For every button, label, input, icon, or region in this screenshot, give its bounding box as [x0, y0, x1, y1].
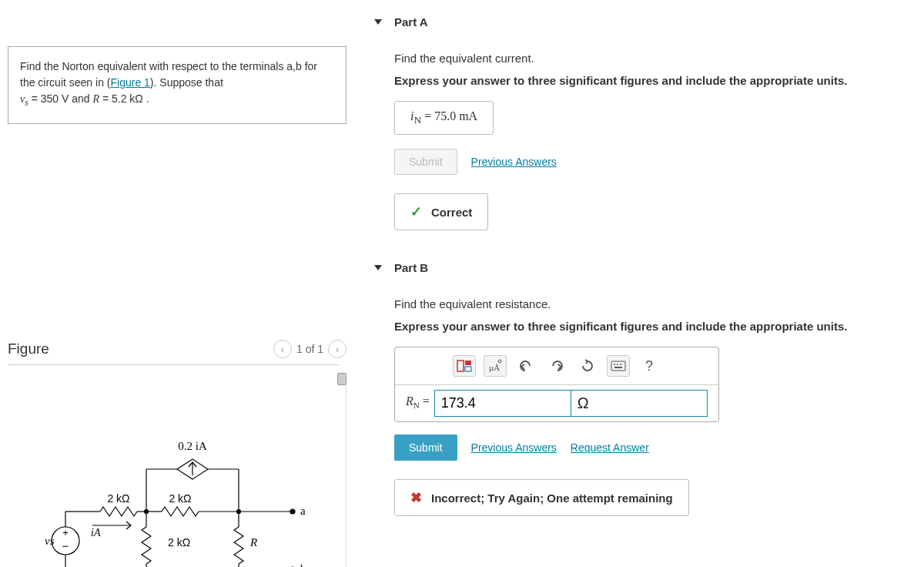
RN-label: RN =	[395, 385, 434, 421]
svg-text:+: +	[62, 527, 69, 538]
part-a-prompt: Find the equivalent current.	[394, 52, 916, 65]
circuit-diagram: + − 0.2 iA 2 kΩ 2 kΩ 2 kΩ R iA vs a b	[38, 419, 316, 567]
part-a-hint: Express your answer to three significant…	[394, 74, 916, 87]
terminal-a: a	[300, 505, 306, 517]
part-b-feedback: ✖ Incorrect; Try Again; One attempt rema…	[394, 479, 689, 516]
iN-sub: N	[413, 114, 421, 126]
svg-point-37	[620, 364, 621, 365]
svg-text:µÅ: µÅ	[489, 363, 500, 372]
svg-rect-38	[614, 367, 622, 368]
r-top1-label: 2 kΩ	[107, 492, 129, 505]
svg-point-36	[617, 364, 618, 365]
part-b-request-answer-link[interactable]: Request Answer	[571, 441, 649, 454]
svg-point-35	[614, 364, 615, 365]
problem-text-2: ). Suppose that	[150, 76, 223, 89]
templates-icon[interactable]	[453, 355, 476, 377]
xup-icon[interactable]: µÅ	[484, 355, 507, 377]
svg-rect-31	[465, 367, 471, 371]
terminal-b: b	[300, 562, 306, 567]
answer-toolbar: µÅ ?	[395, 347, 718, 384]
part-b-header[interactable]: Part B	[370, 261, 916, 274]
svg-rect-29	[457, 361, 464, 371]
figure-pager: 1 of 1	[296, 343, 323, 355]
part-a-previous-answers-link[interactable]: Previous Answers	[471, 156, 557, 168]
part-b-feedback-text: Incorrect; Try Again; One attempt remain…	[431, 492, 673, 505]
ia-label: iA	[91, 527, 101, 538]
iN-eq: =	[421, 109, 434, 122]
dep-src-label: 0.2 iA	[178, 440, 207, 452]
caret-down-icon	[374, 19, 382, 25]
R-label: R	[249, 536, 257, 549]
part-b-hint: Express your answer to three significant…	[394, 320, 916, 333]
svg-rect-34	[611, 361, 625, 371]
part-b-value-input[interactable]	[434, 390, 571, 417]
part-a-feedback: ✓ Correct	[394, 193, 488, 230]
r-eq: = 5.2 kΩ .	[99, 92, 149, 105]
part-b-unit-input[interactable]: Ω	[571, 390, 708, 417]
part-b-answer-panel: µÅ ?	[394, 347, 719, 422]
part-b-title: Part B	[394, 261, 428, 274]
keyboard-icon[interactable]	[607, 355, 630, 377]
figure-panel: + − 0.2 iA 2 kΩ 2 kΩ 2 kΩ R iA vs a b	[8, 373, 346, 567]
figure-divider	[8, 364, 339, 365]
vs-eq: = 350 V and	[28, 92, 93, 105]
figure-link[interactable]: Figure 1	[111, 76, 150, 89]
iN-value: 75.0 mA	[434, 109, 477, 122]
part-b-submit-button[interactable]: Submit	[394, 434, 457, 461]
figure-next-button[interactable]: ›	[328, 340, 346, 358]
reset-icon[interactable]	[576, 355, 599, 377]
svg-rect-30	[465, 361, 471, 365]
part-a-header[interactable]: Part A	[370, 15, 916, 29]
caret-down-icon	[374, 265, 382, 270]
part-a-answer-display: iN = 75.0 mA	[394, 101, 494, 135]
figure-scrollbar[interactable]	[337, 373, 346, 385]
part-a-title: Part A	[394, 15, 428, 29]
svg-text:−: −	[62, 539, 69, 552]
check-icon: ✓	[410, 203, 422, 220]
redo-icon[interactable]	[545, 355, 568, 377]
undo-icon[interactable]	[514, 355, 537, 377]
svg-point-12	[290, 509, 295, 514]
r-mid-label: 2 kΩ	[168, 536, 190, 549]
part-a-submit-button: Submit	[394, 149, 457, 175]
r-top2-label: 2 kΩ	[169, 492, 191, 505]
part-a-feedback-text: Correct	[431, 206, 472, 219]
help-icon[interactable]: ?	[638, 355, 661, 377]
r-var: R	[92, 93, 99, 105]
cross-icon: ✖	[410, 489, 422, 506]
vs-label: vs	[45, 535, 55, 547]
problem-statement: Find the Norton equivalent with respect …	[8, 46, 346, 124]
part-b-previous-answers-link[interactable]: Previous Answers	[471, 441, 557, 454]
figure-prev-button[interactable]: ‹	[273, 340, 292, 358]
part-b-prompt: Find the equivalent resistance.	[394, 297, 916, 310]
figure-heading: Figure	[8, 341, 49, 357]
